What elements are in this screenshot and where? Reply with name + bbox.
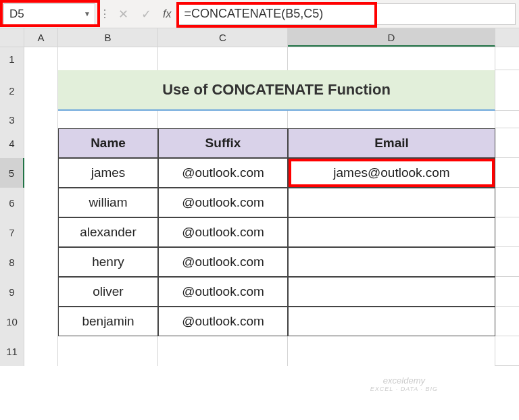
row-header-8[interactable]: 8	[0, 247, 24, 277]
row-2: 2 Use of CONCATENATE Function	[0, 70, 519, 111]
row-header-7[interactable]: 7	[0, 217, 24, 247]
cell-A9[interactable]	[24, 277, 58, 307]
spreadsheet: A B C D 1 2 Use of CONCATENATE Function …	[0, 28, 519, 366]
chevron-down-icon[interactable]: ▼	[84, 10, 91, 18]
row-11: 11	[0, 336, 519, 366]
cell-C1[interactable]	[158, 47, 288, 70]
cell-D10[interactable]	[288, 307, 495, 336]
confirm-icon[interactable]: ✓	[134, 3, 157, 25]
row-header-11[interactable]: 11	[0, 336, 24, 366]
cell-B8[interactable]: henry	[58, 247, 158, 277]
select-all-corner[interactable]	[0, 28, 24, 47]
column-headers: A B C D	[0, 28, 519, 47]
row-4: 4 Name Suffix Email	[0, 128, 519, 158]
cell-A8[interactable]	[24, 247, 58, 277]
cell-C5[interactable]: @outlook.com	[158, 158, 288, 188]
col-header-B[interactable]: B	[58, 28, 158, 47]
cell-A11[interactable]	[24, 336, 58, 366]
header-name[interactable]: Name	[58, 128, 158, 158]
name-box-value: D5	[9, 7, 24, 21]
title-cell[interactable]: Use of CONCATENATE Function	[58, 70, 495, 111]
cell-B1[interactable]	[58, 47, 158, 70]
cell-C11[interactable]	[158, 336, 288, 366]
cell-A1[interactable]	[24, 47, 58, 70]
row-1: 1	[0, 47, 519, 70]
row-8: 8 henry @outlook.com	[0, 247, 519, 277]
row-5: 5 james @outlook.com james@outlook.com	[0, 158, 519, 188]
cell-B11[interactable]	[58, 336, 158, 366]
cell-D7[interactable]	[288, 217, 495, 247]
row-3: 3	[0, 111, 519, 128]
cell-A5[interactable]	[24, 158, 58, 188]
cell-D11[interactable]	[288, 336, 495, 366]
watermark-line1: exceldemy	[370, 375, 438, 386]
formula-bar: D5 ▼ ⋮ ✕ ✓ fx	[0, 0, 519, 28]
watermark: exceldemy EXCEL · DATA · BIG	[370, 375, 438, 393]
cell-B5[interactable]: james	[58, 158, 158, 188]
row-header-1[interactable]: 1	[0, 47, 24, 70]
grid: 1 2 Use of CONCATENATE Function 3 4 Name…	[0, 47, 519, 366]
col-header-D[interactable]: D	[288, 28, 495, 47]
cell-A6[interactable]	[24, 188, 58, 217]
cell-D9[interactable]	[288, 277, 495, 307]
row-header-3[interactable]: 3	[0, 111, 24, 128]
cell-C9[interactable]: @outlook.com	[158, 277, 288, 307]
row-6: 6 william @outlook.com	[0, 188, 519, 217]
cell-A3[interactable]	[24, 111, 58, 128]
row-9: 9 oliver @outlook.com	[0, 277, 519, 307]
cell-C7[interactable]: @outlook.com	[158, 217, 288, 247]
cell-C8[interactable]: @outlook.com	[158, 247, 288, 277]
row-header-9[interactable]: 9	[0, 277, 24, 307]
name-box[interactable]: D5 ▼	[3, 3, 95, 25]
cancel-icon[interactable]: ✕	[112, 3, 134, 25]
cell-A2[interactable]	[24, 70, 58, 111]
watermark-line2: EXCEL · DATA · BIG	[370, 386, 438, 393]
cell-D1[interactable]	[288, 47, 495, 70]
row-header-6[interactable]: 6	[0, 188, 24, 217]
cell-A7[interactable]	[24, 217, 58, 247]
cell-D8[interactable]	[288, 247, 495, 277]
header-suffix[interactable]: Suffix	[158, 128, 288, 158]
row-header-10[interactable]: 10	[0, 307, 24, 336]
header-email[interactable]: Email	[288, 128, 495, 158]
cell-D5[interactable]: james@outlook.com	[288, 158, 495, 188]
col-header-C[interactable]: C	[158, 28, 288, 47]
cell-B7[interactable]: alexander	[58, 217, 158, 247]
row-header-5[interactable]: 5	[0, 158, 24, 188]
row-10: 10 benjamin @outlook.com	[0, 307, 519, 336]
cell-B3[interactable]	[58, 111, 158, 128]
cell-A10[interactable]	[24, 307, 58, 336]
cell-B6[interactable]: william	[58, 188, 158, 217]
fx-label[interactable]: fx	[163, 8, 171, 20]
row-7: 7 alexander @outlook.com	[0, 217, 519, 247]
cell-D3[interactable]	[288, 111, 495, 128]
cell-C10[interactable]: @outlook.com	[158, 307, 288, 336]
cell-B9[interactable]: oliver	[58, 277, 158, 307]
formula-input[interactable]	[176, 3, 516, 25]
col-header-A[interactable]: A	[24, 28, 58, 47]
divider-icon: ⋮	[98, 3, 112, 25]
cell-C3[interactable]	[158, 111, 288, 128]
cell-C6[interactable]: @outlook.com	[158, 188, 288, 217]
row-header-4[interactable]: 4	[0, 128, 24, 158]
cell-D5-value: james@outlook.com	[333, 165, 449, 180]
row-header-2[interactable]: 2	[0, 70, 24, 111]
cell-A4[interactable]	[24, 128, 58, 158]
cell-B10[interactable]: benjamin	[58, 307, 158, 336]
cell-D6[interactable]	[288, 188, 495, 217]
